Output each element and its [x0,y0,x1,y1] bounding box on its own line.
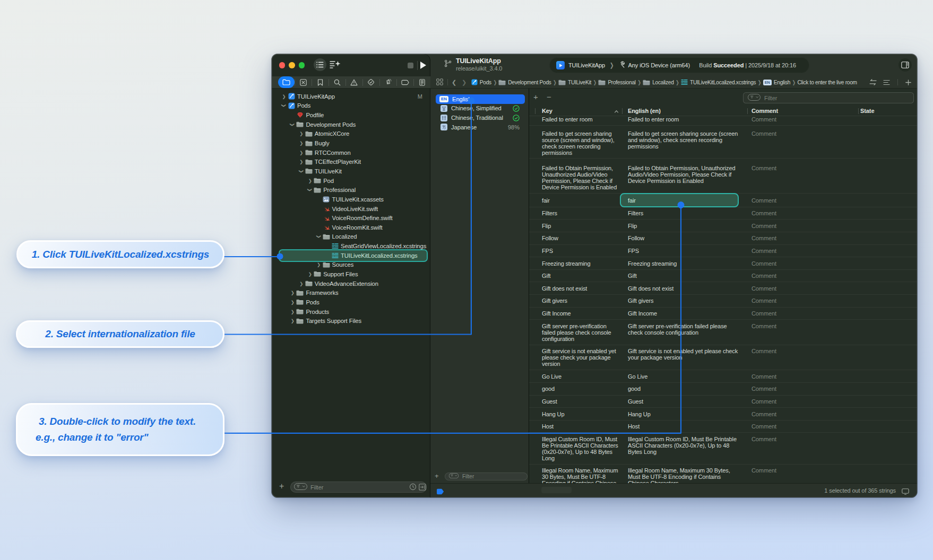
cell-state[interactable] [858,220,917,232]
file-tree-item[interactable]: ❯TUILiveKitAppM [272,92,430,101]
add-file-button[interactable]: + [279,482,284,491]
cell-key[interactable]: Illegal Custom Room ID, Must Be Printabl… [529,433,622,464]
chevron-right-icon[interactable]: ❯ [282,94,286,99]
table-row[interactable]: Illegal Room Name, Maximum 30 Bytes, Mus… [529,465,917,483]
cell-comment[interactable]: Comment [747,270,858,282]
file-tree-item[interactable]: ❯TCEffectPlayerKit [272,157,430,167]
close-button[interactable] [279,62,286,68]
cell-english[interactable]: Gift does not exist [622,282,747,294]
cell-english[interactable]: Filters [622,207,747,220]
zoom-button[interactable] [299,62,305,68]
table-row[interactable]: goodgoodComment [529,383,917,396]
cell-key[interactable]: Gift service is not enabled yet please c… [529,345,622,370]
file-tree-item[interactable]: ❯TUILiveKit [272,167,430,176]
breadcrumb-item[interactable]: Development Pods [498,80,551,85]
chevron-right-icon[interactable]: ❯ [299,150,304,155]
language-item-chinese-traditional[interactable]: Chinese, Traditional [436,113,525,122]
breadcrumb-item[interactable]: Click to enter the live room [798,80,857,85]
table-row[interactable]: FPSFPSComment [529,245,917,258]
cell-english[interactable]: Gift givers [622,295,747,307]
cell-comment[interactable]: Comment [747,282,858,294]
cell-comment[interactable]: Comment [747,257,858,269]
cell-key[interactable]: good [529,383,622,395]
cell-english[interactable]: FPS [622,245,747,257]
cell-state[interactable] [858,370,917,382]
cell-key[interactable]: Filters [529,207,622,220]
file-tree-item[interactable]: ❯Products [272,307,430,317]
file-tree-item[interactable]: TUILiveKitLocalized.xcstrings [272,251,430,260]
cell-state[interactable] [858,295,917,307]
cell-key[interactable]: Illegal Room Name, Maximum 30 Bytes, Mus… [529,465,622,483]
file-tree-item[interactable]: VoiceRoomDefine.swift [272,213,430,223]
cell-state[interactable] [858,421,917,433]
chevron-down-icon[interactable]: ❯ [299,169,304,173]
cell-english[interactable]: Illegal Room Name, Maximum 30 Bytes, Mus… [622,465,747,483]
cell-english[interactable]: Host [622,421,747,433]
cell-english[interactable]: good [622,383,747,395]
cell-key[interactable]: Failed to Obtain Permission, Unauthorize… [529,159,622,193]
strings-filter-field[interactable] [743,92,914,103]
cell-state[interactable] [858,396,917,408]
file-tree-item[interactable]: SeatGridViewLocalized.xcstrings [272,241,430,251]
chevron-right-icon[interactable]: ❯ [299,281,304,286]
cell-state[interactable] [858,308,917,320]
chevron-right-icon[interactable]: ❯ [290,309,295,314]
cell-state[interactable] [858,433,917,464]
column-header-state[interactable]: State [860,108,874,114]
table-row[interactable]: Failed to enter roomFailed to enter room… [529,116,917,126]
navigator-filter-field[interactable] [290,482,427,493]
cell-key[interactable]: Gift givers [529,295,622,307]
breadcrumb-item[interactable]: Professional [598,80,635,85]
cell-key[interactable]: fair [529,194,622,207]
cell-comment[interactable]: Comment [747,408,858,420]
file-tree-item[interactable]: ❯Pods [272,101,430,111]
file-tree-item[interactable]: ❯Support Files [272,269,430,279]
cell-english[interactable]: Gift service is not enabled yet please c… [622,345,747,370]
cell-english[interactable]: Failed to enter room [622,116,747,125]
language-item-japanese[interactable]: Japanese98% [436,122,525,132]
file-tree-item[interactable]: ❯Targets Support Files [272,316,430,326]
navigator-tab-bookmark[interactable] [312,76,329,89]
table-row[interactable]: Gift giversGift giversComment [529,295,917,308]
cell-state[interactable] [858,207,917,220]
file-tree-item[interactable]: ❯VideoAdvanceExtension [272,279,430,288]
table-row[interactable]: HostHostComment [529,421,917,433]
cell-comment[interactable]: Comment [747,159,858,193]
cell-state[interactable] [858,320,917,345]
cell-state[interactable] [858,232,917,244]
table-row[interactable]: Failed to get screen sharing source (scr… [529,126,917,159]
file-tree-item[interactable]: Podfile [272,110,430,120]
language-item-chinese-simplified[interactable]: Chinese, Simplified [436,104,525,113]
chevron-right-icon[interactable]: ❯ [290,318,295,323]
chevron-right-icon[interactable]: ❯ [308,178,312,183]
file-tree-item[interactable]: ❯Frameworks [272,288,430,298]
file-tree-item[interactable]: ❯Localized [272,232,430,242]
cell-state[interactable] [858,126,917,158]
cell-state[interactable] [858,270,917,282]
cell-english[interactable]: Follow [622,232,747,244]
cell-comment[interactable]: Comment [747,194,858,207]
navigator-tab-report-doc[interactable] [414,76,430,89]
inspector-toggle-button[interactable] [898,58,912,72]
table-row[interactable]: fairfairComment [529,194,917,207]
table-row[interactable]: Gift IncomeGift IncomeComment [529,308,917,320]
cell-state[interactable] [858,194,917,207]
cell-key[interactable]: Gift Income [529,308,622,320]
file-tree-item[interactable]: ❯AtomicXCore [272,129,430,139]
cell-state[interactable] [858,345,917,370]
table-row[interactable]: Illegal Custom Room ID, Must Be Printabl… [529,433,917,465]
navigator-tab-warning[interactable] [346,76,362,89]
cell-comment[interactable]: Comment [747,421,858,433]
cell-comment[interactable]: Comment [747,320,858,345]
breadcrumb-item[interactable]: TUILiveKitLocalized.xcstrings [681,79,756,85]
cell-state[interactable] [858,465,917,483]
table-row[interactable]: Go LiveGo LiveComment [529,370,917,383]
chevron-down-icon[interactable]: ❯ [281,103,287,108]
cell-key[interactable]: FPS [529,245,622,257]
chevron-right-icon[interactable]: ❯ [317,262,321,267]
forward-chevron-icon[interactable]: ❯ [462,79,466,86]
run-destination[interactable]: Any iOS Device (arm64) [628,62,690,68]
cell-comment[interactable]: Comment [747,126,858,158]
cell-key[interactable]: Gift [529,270,622,282]
chevron-right-icon[interactable]: ❯ [299,131,304,136]
